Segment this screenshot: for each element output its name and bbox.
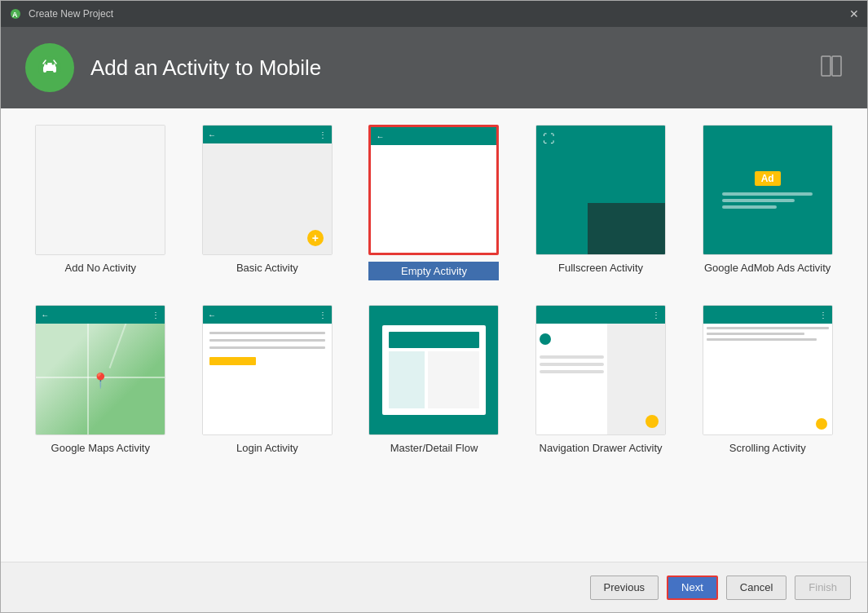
activity-item-maps[interactable]: ← ⋮ 📍 Google Maps Activity: [25, 305, 176, 454]
dark-panel: [588, 203, 665, 254]
activity-thumbnail-navdrawer[interactable]: ⋮: [535, 305, 666, 435]
back-icon: ←: [41, 311, 49, 320]
activity-label-basic-activity: Basic Activity: [236, 262, 298, 274]
window-title: Create New Project: [29, 8, 113, 20]
activity-label-add-no-activity: Add No Activity: [65, 262, 136, 274]
activity-label-admob: Google AdMob Ads Activity: [704, 262, 831, 274]
scrolling-body: [703, 324, 832, 434]
activity-thumbnail-masterdetail[interactable]: [368, 305, 499, 435]
app-icon: A: [9, 7, 22, 20]
navdrawer-avatar-area: [540, 327, 604, 351]
activity-item-add-no-activity[interactable]: Add No Activity: [25, 125, 176, 280]
navdrawer-preview: ⋮: [536, 306, 665, 434]
back-arrow-icon: ←: [208, 130, 216, 139]
map-pin-icon: 📍: [91, 372, 109, 390]
header-layout-icon: [820, 55, 843, 81]
back-arrow-icon: ←: [376, 132, 384, 141]
dots-icon: ⋮: [319, 130, 327, 139]
cancel-button[interactable]: Cancel: [726, 576, 786, 600]
main-content: Add No Activity ← ⋮ + Basic Activity: [1, 108, 867, 562]
activity-item-scrolling[interactable]: ⋮ Scrolling Activity: [692, 305, 843, 454]
activity-label-empty-activity: Empty Activity: [368, 262, 499, 280]
title-bar: A Create New Project ✕: [1, 1, 867, 27]
close-button[interactable]: ✕: [849, 8, 859, 20]
admob-line-3: [722, 205, 776, 209]
activity-thumbnail-login[interactable]: ← ⋮: [202, 305, 333, 435]
activities-grid: Add No Activity ← ⋮ + Basic Activity: [25, 125, 843, 454]
login-btn: [209, 357, 256, 365]
dots-icon: ⋮: [319, 311, 327, 320]
dots-icon: ⋮: [652, 311, 660, 320]
fab-icon: [645, 415, 659, 428]
navdrawer-avatar: [540, 333, 551, 345]
scrolling-preview: ⋮: [703, 306, 832, 434]
activity-thumbnail-empty-activity[interactable]: ←: [368, 125, 499, 255]
login-line-2: [209, 339, 325, 342]
navdrawer-item-2: [540, 363, 604, 366]
page-title: Add an Activity to Mobile: [90, 55, 321, 81]
masterdetail-header: [389, 332, 478, 348]
dots-icon: ⋮: [819, 311, 827, 320]
fullscreen-icon: ⛶: [543, 132, 554, 145]
svg-rect-10: [822, 56, 831, 76]
android-logo: [35, 53, 64, 82]
activity-label-fullscreen-activity: Fullscreen Activity: [558, 262, 643, 274]
navdrawer-item-1: [540, 355, 604, 359]
activity-item-login[interactable]: ← ⋮ Login Activity: [192, 305, 343, 454]
masterdetail-card: [382, 325, 485, 416]
masterdetail-preview: [369, 306, 498, 434]
scrolling-line-1: [707, 327, 829, 329]
svg-point-7: [52, 63, 55, 65]
activity-thumbnail-add-no-activity[interactable]: [35, 125, 165, 255]
empty-activity-preview: ←: [371, 127, 496, 253]
svg-text:A: A: [12, 11, 18, 19]
activity-item-fullscreen-activity[interactable]: ⛶ Fullscreen Activity: [526, 125, 676, 280]
activity-thumbnail-scrolling[interactable]: ⋮: [703, 305, 833, 435]
ad-badge: Ad: [755, 171, 781, 186]
activity-thumbnail-admob[interactable]: Ad: [703, 125, 833, 255]
admob-line-1: [722, 192, 813, 196]
map-background: [36, 306, 165, 434]
activity-item-basic-activity[interactable]: ← ⋮ + Basic Activity: [192, 125, 343, 280]
navdrawer-drawer: [536, 324, 607, 434]
next-button[interactable]: Next: [667, 576, 718, 600]
activity-thumbnail-basic-activity[interactable]: ← ⋮ +: [202, 125, 333, 255]
masterdetail-list: [389, 351, 425, 409]
scrolling-line-2: [707, 333, 804, 335]
masterdetail-body: [389, 351, 478, 409]
logo: [25, 43, 74, 92]
activity-label-maps: Google Maps Activity: [51, 442, 150, 454]
activity-item-masterdetail[interactable]: Master/Detail Flow: [359, 305, 509, 454]
activity-label-masterdetail: Master/Detail Flow: [390, 442, 478, 454]
scrolling-line-3: [707, 338, 817, 341]
maps-preview: ← ⋮ 📍: [36, 306, 165, 434]
activity-item-admob[interactable]: Ad Google AdMob Ads Activity: [692, 125, 843, 280]
bottom-bar: Previous Next Cancel Finish: [1, 562, 867, 612]
previous-button[interactable]: Previous: [590, 576, 659, 600]
fab-icon: +: [307, 230, 324, 246]
admob-line-2: [722, 199, 794, 202]
no-activity-preview: [36, 126, 165, 254]
admob-lines: [722, 192, 813, 209]
activity-label-scrolling: Scrolling Activity: [729, 442, 806, 454]
fullscreen-activity-preview: ⛶: [536, 126, 665, 254]
finish-button[interactable]: Finish: [795, 576, 851, 600]
activity-label-navdrawer: Navigation Drawer Activity: [540, 442, 663, 454]
activity-thumbnail-maps[interactable]: ← ⋮ 📍: [35, 305, 165, 435]
back-icon: ←: [208, 311, 216, 320]
login-body: [203, 324, 332, 434]
activity-item-navdrawer[interactable]: ⋮: [526, 305, 676, 454]
activity-item-empty-activity[interactable]: ← Empty Activity: [359, 125, 509, 280]
admob-preview: Ad: [703, 126, 832, 254]
svg-point-6: [46, 63, 48, 65]
title-bar-left: A Create New Project: [9, 7, 113, 20]
fab-icon: [816, 418, 827, 430]
header: Add an Activity to Mobile: [1, 27, 867, 108]
activity-thumbnail-fullscreen-activity[interactable]: ⛶: [535, 125, 666, 255]
login-preview: ← ⋮: [203, 306, 332, 434]
login-line-3: [209, 346, 325, 349]
masterdetail-detail: [428, 351, 478, 409]
navdrawer-item-3: [540, 370, 604, 373]
svg-rect-11: [832, 56, 841, 76]
maps-top-bar: ← ⋮: [36, 306, 165, 324]
